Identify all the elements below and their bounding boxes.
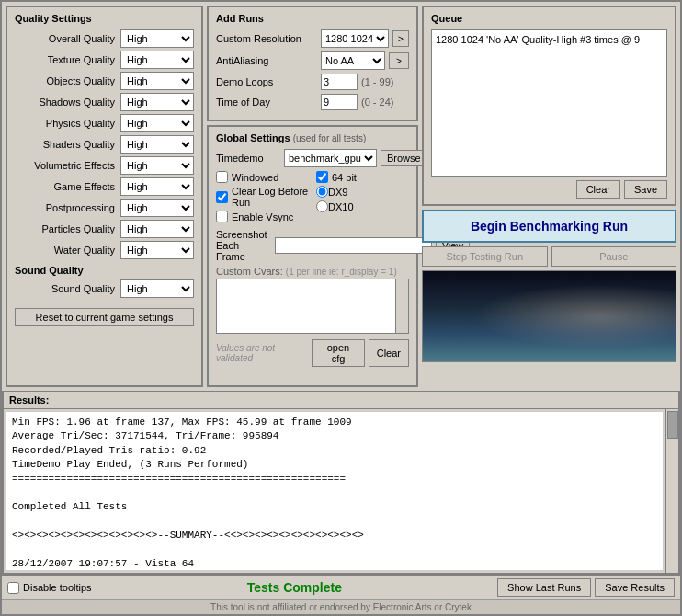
disable-tooltips-row: Disable tooltips: [7, 582, 92, 594]
reset-button[interactable]: Reset to current game settings: [15, 308, 194, 326]
add-runs-title: Add Runs: [216, 13, 409, 24]
enable-vsync-row: Enable Vsync: [216, 211, 309, 222]
right-checkboxes: 64 bit DX9 DX10: [316, 171, 409, 225]
quality-section-label: Sound Quality: [15, 265, 194, 276]
queue-panel: Queue 1280 1024 'No AA' Quality-High #3 …: [422, 6, 676, 206]
settings-columns: Windowed Clear Log Before Run Enable Vsy…: [216, 171, 409, 225]
begin-benchmark-button[interactable]: Begin Benchmarking Run: [422, 210, 676, 243]
time-of-day-input[interactable]: [321, 94, 358, 110]
particles-quality-select[interactable]: HighVery HighMediumLow: [120, 220, 194, 238]
not-validated-text: Values are not validated: [216, 343, 312, 363]
control-buttons: Stop Testing Run Pause: [422, 246, 676, 267]
quality-settings-title: Quality Settings: [15, 13, 194, 24]
physics-quality-select[interactable]: HighVery HighMediumLow: [120, 114, 194, 132]
game-effects-label: Game Effects: [15, 181, 120, 192]
dx9-row: DX9: [316, 186, 409, 198]
bit64-checkbox[interactable]: [316, 171, 328, 183]
custom-resolution-select[interactable]: 1280 10241024 7681920 1080: [321, 29, 389, 48]
stop-testing-button[interactable]: Stop Testing Run: [422, 246, 548, 267]
cvars-textarea[interactable]: [217, 279, 408, 333]
overall-quality-select[interactable]: HighVery HighMediumLow: [120, 29, 194, 48]
results-text[interactable]: Min FPS: 1.96 at frame 137, Max FPS: 45.…: [6, 411, 664, 571]
cvars-hint: (1 per line ie: r_display = 1): [286, 267, 397, 277]
save-results-button[interactable]: Save Results: [595, 578, 675, 597]
game-effects-row: Game Effects HighVery HighMediumLow: [15, 177, 194, 196]
disable-tooltips-checkbox[interactable]: [7, 582, 19, 594]
bit64-row: 64 bit: [316, 171, 409, 183]
objects-quality-label: Objects Quality: [15, 75, 120, 86]
water-quality-label: Water Quality: [15, 245, 120, 256]
pause-button[interactable]: Pause: [551, 246, 677, 267]
enable-vsync-checkbox[interactable]: [216, 211, 228, 222]
texture-quality-row: Texture Quality HighVery HighMediumLow: [15, 51, 194, 69]
postprocessing-select[interactable]: HighVery HighMediumLow: [120, 199, 194, 217]
add-antialiasing-button[interactable]: >: [389, 52, 409, 69]
demo-loops-hint: (1 - 99): [361, 76, 393, 87]
sound-quality-select[interactable]: HighVery HighMediumLow: [120, 279, 194, 298]
clear-log-checkbox[interactable]: [216, 191, 228, 203]
shaders-quality-select[interactable]: HighVery HighMediumLow: [120, 135, 194, 154]
right-panel: Queue 1280 1024 'No AA' Quality-High #3 …: [422, 6, 676, 387]
timedemo-row: Timedemo benchmark_gpubenchmark_cpu Brow…: [216, 149, 409, 167]
results-line-6: [12, 486, 657, 500]
results-line-3: Recorded/Played Tris ratio: 0.92: [12, 444, 657, 458]
queue-item: 1280 1024 'No AA' Quality-High #3 times …: [436, 34, 640, 45]
cvars-scrollbar[interactable]: [395, 279, 408, 333]
demo-loops-input[interactable]: [321, 74, 358, 90]
custom-resolution-label: Custom Resolution: [216, 33, 317, 44]
antialiasing-label: AntiAliasing: [216, 55, 317, 66]
windowed-row: Windowed: [216, 171, 309, 183]
results-line-1: Min FPS: 1.96 at frame 137, Max FPS: 45.…: [12, 416, 657, 429]
clear-log-row: Clear Log Before Run: [216, 186, 309, 208]
queue-save-button[interactable]: Save: [624, 180, 667, 199]
sound-quality-row: Sound Quality HighVery HighMediumLow: [15, 279, 194, 298]
bottom-bar: Disable tooltips Tests Complete Show Las…: [2, 575, 680, 599]
texture-quality-select[interactable]: HighVery HighMediumLow: [120, 51, 194, 69]
physics-quality-row: Physics Quality HighVery HighMediumLow: [15, 114, 194, 132]
water-quality-select[interactable]: HighVery HighMediumLow: [120, 241, 194, 259]
volumetric-effects-row: Volumetric Effects HighVery HighMediumLo…: [15, 156, 194, 175]
volumetric-effects-label: Volumetric Effects: [15, 160, 120, 171]
results-line-5: ========================================…: [12, 473, 657, 486]
results-line-11: 28/12/2007 19:07:57 - Vista 64: [12, 557, 657, 571]
results-scrollbar[interactable]: [665, 409, 678, 573]
screenshot-row: Screenshot Each Frame View: [216, 229, 409, 262]
shadows-quality-select[interactable]: HighVery HighMediumLow: [120, 93, 194, 111]
dx9-radio[interactable]: [316, 186, 328, 198]
overall-quality-row: Overall Quality HighVery HighMediumLow: [15, 29, 194, 48]
middle-panel: Add Runs Custom Resolution 1280 10241024…: [207, 6, 418, 387]
postprocessing-label: Postprocessing: [15, 202, 120, 213]
add-resolution-button[interactable]: >: [392, 30, 409, 47]
show-last-runs-button[interactable]: Show Last Runs: [497, 578, 591, 597]
quality-settings-panel: Quality Settings Overall Quality HighVer…: [6, 6, 203, 387]
timedemo-select[interactable]: benchmark_gpubenchmark_cpu: [284, 149, 377, 167]
add-runs-panel: Add Runs Custom Resolution 1280 10241024…: [207, 6, 418, 121]
disable-tooltips-label: Disable tooltips: [23, 582, 92, 593]
clear-cvars-button[interactable]: Clear: [369, 339, 409, 367]
global-settings-subtitle: (used for all tests): [293, 133, 366, 143]
shadows-quality-label: Shadows Quality: [15, 97, 120, 108]
game-effects-select[interactable]: HighVery HighMediumLow: [120, 177, 194, 196]
cvars-buttons: open cfg Clear: [312, 339, 409, 367]
browse-button[interactable]: Browse: [381, 150, 427, 166]
open-cfg-button[interactable]: open cfg: [312, 339, 364, 367]
postprocessing-row: Postprocessing HighVery HighMediumLow: [15, 199, 194, 217]
volumetric-effects-select[interactable]: HighVery HighMediumLow: [120, 156, 194, 175]
queue-clear-button[interactable]: Clear: [576, 180, 620, 199]
dx10-radio[interactable]: [316, 200, 328, 212]
objects-quality-select[interactable]: HighVery HighMediumLow: [120, 72, 194, 90]
content-area: Quality Settings Overall Quality HighVer…: [2, 2, 680, 391]
shadows-quality-row: Shadows Quality HighVery HighMediumLow: [15, 93, 194, 111]
windowed-checkbox[interactable]: [216, 171, 228, 183]
main-window: Quality Settings Overall Quality HighVer…: [0, 0, 682, 616]
antialiasing-select[interactable]: No AA2x AA4x AA: [321, 51, 385, 70]
cvars-label: Custom Cvars: (1 per line ie: r_display …: [216, 266, 409, 277]
results-header: Results:: [4, 392, 678, 409]
texture-quality-label: Texture Quality: [15, 54, 120, 65]
screenshot-input[interactable]: [275, 237, 432, 254]
overall-quality-label: Overall Quality: [15, 33, 120, 44]
clear-log-label: Clear Log Before Run: [232, 186, 309, 208]
results-panel: Results: Min FPS: 1.96 at frame 137, Max…: [2, 391, 680, 575]
results-line-7: Completed All Tests: [12, 500, 657, 514]
game-image: [422, 270, 676, 362]
